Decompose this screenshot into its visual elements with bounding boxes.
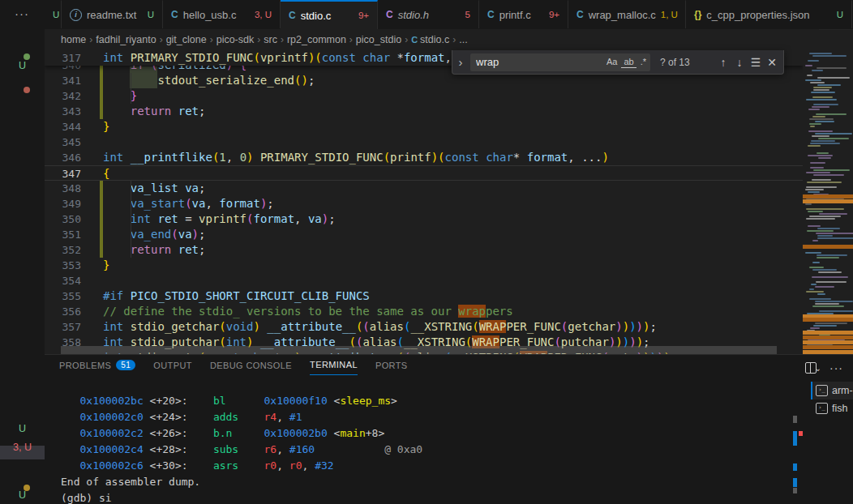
minimap-code-line [813,169,850,171]
line-number: 353 [45,258,81,273]
token [188,411,213,423]
breadcrumb-item[interactable]: src [264,34,277,45]
tab-printf-c[interactable]: Cprintf.c9+ [479,0,568,28]
regex-toggle[interactable]: .* [638,56,649,68]
breadcrumb-item[interactable]: git_clone [166,34,207,45]
minimap-code-line [812,96,833,98]
info-icon: i [70,9,82,21]
token: * [513,151,527,164]
code-text: return ret; [103,104,205,119]
breadcrumb-item[interactable]: ... [459,34,467,45]
panel-tab-ports[interactable]: PORTS [375,361,408,375]
find-in-selection-button[interactable]: ☰ [748,56,764,69]
terminal-line: 0x100002c6 <+30>: asrs r0, r0, #32 [61,458,422,474]
line-number: 352 [45,242,81,258]
minimap-code-line [809,298,831,300]
minimap-code-line [817,67,847,69]
match-case-toggle[interactable]: Aa [604,56,619,68]
breadcrumb-item[interactable]: home [61,34,86,45]
token: (gdb) si [61,492,112,504]
tab-clipped[interactable]: U [45,0,62,28]
line-number: 356 [45,304,81,319]
split-terminal-button[interactable]: ⌄ [805,362,821,374]
breadcrumb-item[interactable]: rp2_common [287,34,346,45]
minimap-code-line [812,240,818,241]
tab-wrap-malloc-c[interactable]: Cwrap_malloc.c1, U [568,0,686,28]
breadcrumb-item[interactable]: pico_stdio [356,34,401,45]
terminal-output[interactable]: 0x100002bc <+20>: bl 0x10000f10 <sleep_m… [61,393,422,504]
previous-match-button[interactable]: ↑ [715,56,731,69]
toggle-replace-icon[interactable]: › [456,55,465,69]
tab-status-badge: 1, U [661,10,678,19]
next-match-button[interactable]: ↓ [731,56,748,69]
close-button[interactable]: ✕ [764,56,780,69]
horizontal-scrollbar[interactable] [61,346,777,354]
sidebar-overflow-icon[interactable]: ··· [15,6,29,20]
token: __printflike [131,151,212,164]
git-status-dot[interactable] [24,87,30,93]
panel-tab-debug-console[interactable]: DEBUG CONSOLE [210,361,292,375]
token [171,243,178,256]
minimap-code-line [813,89,829,91]
token [103,243,131,256]
token: vprintf [260,51,308,64]
token: asrs [213,459,238,472]
tab-c-cpp-properties-json[interactable]: {}c_cpp_properties.jsonU [686,0,852,28]
breadcrumb-item[interactable]: fadhil_riyanto [96,34,156,45]
token: void [226,320,254,333]
minimap-code-line [808,225,821,227]
tab-status-badge: 9+ [549,10,559,19]
minimap[interactable] [803,50,853,354]
vscode-window: ··· UU3, UU Uireadme.txtUChello_usb.c3, … [0,0,853,504]
token: () [294,74,308,87]
code-editor[interactable]: 340 if (serialized) {341 stdout_serializ… [45,50,803,354]
terminal-name: arm- [832,385,853,396]
token: , [302,459,315,472]
minimap-code-line [807,230,834,232]
problems-count-badge: 51 [116,360,135,370]
breadcrumb-item[interactable]: pico-sdk [216,34,255,45]
git-status-badge[interactable]: 3, U [0,442,45,453]
tab-readme-txt[interactable]: ireadme.txtU [62,0,163,28]
git-status-badge[interactable]: U [0,423,45,434]
tab-label: printf.c [499,9,531,21]
terminal-list-item[interactable]: ›_arm- [811,382,853,399]
git-status-dot[interactable] [24,53,30,60]
token: va [185,182,199,194]
token: PICO_STDIO_SHORT_CIRCUIT_CLIB_FUNCS [131,289,370,302]
code-text: int __printflike(1, 0) PRIMARY_STDIO_FUN… [103,150,609,165]
tab-stdio-c[interactable]: Cstdio.c9+ [281,0,378,29]
minimap-code-line [813,325,837,327]
code-line: 350 int ret = vprintf(format, va); [45,211,803,227]
more-actions-button[interactable]: ··· [829,361,843,374]
token [61,427,79,439]
token: r4 [264,411,277,423]
terminal-command-decoration [793,478,797,487]
token [123,151,130,164]
minimap-code-line [809,267,824,268]
tab-hello-usb-c[interactable]: Chello_usb.c3, U [163,0,281,28]
panel-tab-terminal[interactable]: TERMINAL [310,360,358,375]
minimap-code-line [812,305,844,307]
code-line: 353} [45,258,803,273]
minimap-code-line [810,126,815,127]
find-input[interactable] [470,56,604,68]
panel-tab-output[interactable]: OUTPUT [153,361,192,375]
git-status-badge[interactable]: U [0,489,45,501]
terminal-line: 0x100002c4 <+28>: subs r6, #160 @ 0xa0 [61,442,422,458]
tab-stdio-h[interactable]: Cstdio.h5 [378,0,479,28]
token: )( [308,51,322,64]
minimap-code-line [812,269,837,271]
whole-word-toggle[interactable]: ab [621,56,636,68]
breadcrumb-item[interactable]: Cstdio.c [411,34,449,45]
terminal-list-item[interactable]: ›_fish [811,399,853,417]
panel-tab-label: DEBUG CONSOLE [210,361,292,370]
token [123,320,130,333]
git-status-badge[interactable]: U [0,60,45,71]
explorer-sidebar[interactable]: ··· UU3, UU [0,0,45,504]
token [188,395,213,407]
minimap-code-line [805,79,821,81]
token: <+24>: [144,411,188,423]
panel-tab-problems[interactable]: PROBLEMS51 [59,360,135,375]
token [238,443,264,455]
